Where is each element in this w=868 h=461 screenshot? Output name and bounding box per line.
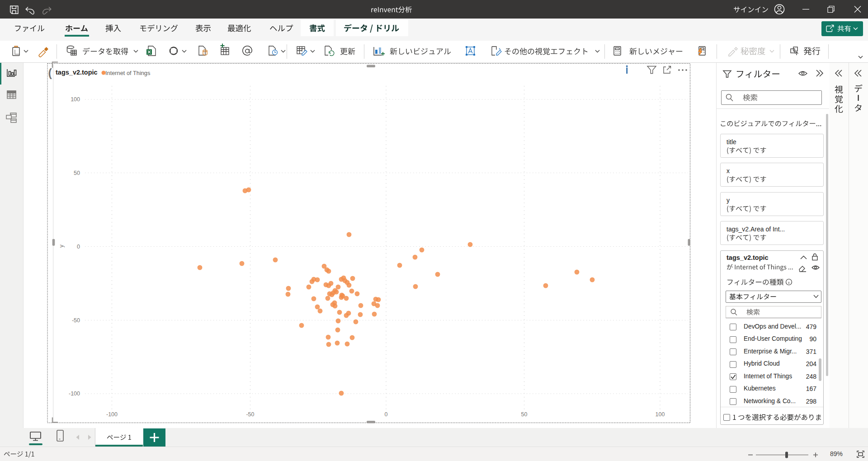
svg-text:(: ( (48, 66, 52, 79)
svg-text:50: 50 (74, 170, 80, 176)
svg-text:-50: -50 (72, 317, 80, 324)
svg-text:y: y (58, 245, 65, 248)
svg-text:-100: -100 (69, 390, 80, 397)
svg-text:50: 50 (521, 411, 528, 418)
svg-text:0: 0 (385, 411, 388, 418)
svg-text:0: 0 (77, 244, 80, 250)
svg-text:-100: -100 (106, 411, 118, 418)
svg-text:100: 100 (71, 96, 80, 103)
svg-text:-50: -50 (246, 411, 254, 418)
svg-text:100: 100 (656, 411, 665, 418)
